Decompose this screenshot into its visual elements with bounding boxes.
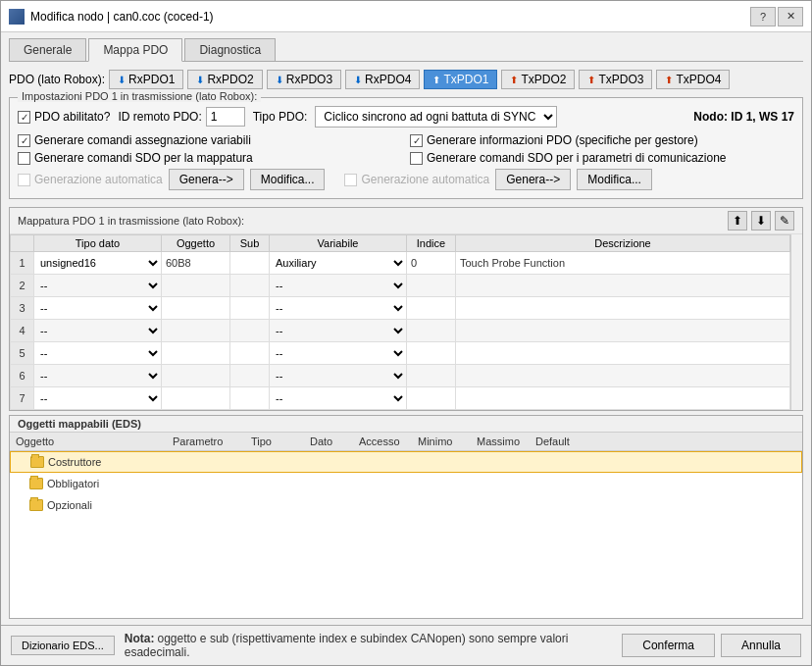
tipo-pdo-select[interactable]: Ciclico sincrono ad ogni battuta di SYNC <box>315 106 557 128</box>
mapping-title: Mappatura PDO 1 in trasmissione (lato Ro… <box>18 215 244 227</box>
row-oggetto-1: 60B8 <box>162 252 230 275</box>
eds-item-costruttore[interactable]: Costruttore <box>10 451 802 473</box>
check-gen-cmd-sdo-box[interactable] <box>18 152 30 165</box>
eds-section: Oggetti mappabili (EDS) Oggetto Parametr… <box>9 415 803 619</box>
row-variabile-3[interactable]: -- <box>270 297 407 320</box>
row-descrizione-6 <box>456 365 790 387</box>
dizionario-button[interactable]: Dizionario EDS... <box>11 636 115 655</box>
row-variabile-4[interactable]: -- <box>270 320 407 342</box>
row-tipo-3[interactable]: -- <box>34 297 162 320</box>
check-rows: Generare comandi assegnazione variabili … <box>18 133 794 165</box>
row-variabile-2[interactable]: -- <box>270 275 407 297</box>
txpdo2-button[interactable]: ⬆TxPDO2 <box>501 70 575 89</box>
row-tipo-5[interactable]: -- <box>34 342 162 365</box>
conferma-button[interactable]: Conferma <box>622 634 715 657</box>
rxpdo2-button[interactable]: ⬇RxPDO2 <box>187 70 262 89</box>
check-col-right: Generare informazioni PDO (specifiche pe… <box>410 133 794 165</box>
rxpdo1-button[interactable]: ⬇RxPDO1 <box>109 70 183 89</box>
row-indice-7 <box>407 387 456 410</box>
mapping-up-icon[interactable]: ⬆ <box>728 211 747 231</box>
genera-section-left: Generazione automatica Genera--> Modific… <box>18 169 325 190</box>
auto-gen-right[interactable]: Generazione automatica <box>344 173 489 186</box>
row-indice-4 <box>407 320 456 342</box>
row-oggetto-5 <box>162 342 230 365</box>
col-tipo-header: Tipo dato <box>34 235 162 252</box>
row-sub-1 <box>230 252 270 275</box>
row-num-5: 5 <box>11 342 34 365</box>
row-descrizione-1: Touch Probe Function <box>456 252 790 275</box>
pdo-enabled-checkbox-label[interactable]: PDO abilitato? <box>18 110 110 124</box>
row-oggetto-3 <box>162 297 230 320</box>
genera-btn-right[interactable]: Genera--> <box>495 169 571 190</box>
tab-diagnostica[interactable]: Diagnostica <box>184 38 276 61</box>
eds-tree: CostruttoreObbligatoriOpzionali <box>10 451 802 618</box>
eds-item-opzionali[interactable]: Opzionali <box>10 494 802 516</box>
row-tipo-4[interactable]: -- <box>34 320 162 342</box>
check-gen-cmd-sdo2[interactable]: Generare comandi SDO per i parametri di … <box>410 151 794 165</box>
row-variabile-7[interactable]: -- <box>270 387 407 410</box>
col-variabile-header: Variabile <box>270 235 407 252</box>
app-icon <box>9 9 25 25</box>
mapping-header: Mappatura PDO 1 in trasmissione (lato Ro… <box>10 208 802 234</box>
row-sub-2 <box>230 275 270 297</box>
mapping-table: Tipo dato Oggetto Sub Variabile Indice D… <box>10 234 790 410</box>
nota-text: Nota: oggetto e sub (rispettivamente ind… <box>125 632 613 659</box>
title-bar-controls: ? ✕ <box>750 7 803 26</box>
col-descrizione-header: Descrizione <box>456 235 790 252</box>
check-gen-info-pdo-box[interactable] <box>410 134 423 147</box>
txpdo2-arrow-icon: ⬆ <box>510 75 518 85</box>
row-tipo-1[interactable]: unsigned16 <box>34 252 162 275</box>
auto-gen-left[interactable]: Generazione automatica <box>18 173 163 186</box>
check-gen-cmd-var[interactable]: Generare comandi assegnazione variabili <box>18 133 402 147</box>
row-variabile-1[interactable]: Auxiliary <box>270 252 407 275</box>
check-gen-cmd-sdo[interactable]: Generare comandi SDO per la mappatura <box>18 151 402 165</box>
mapping-scrollbar[interactable] <box>790 234 802 410</box>
check-gen-cmd-sdo2-box[interactable] <box>410 152 423 165</box>
txpdo3-button[interactable]: ⬆TxPDO3 <box>579 70 652 89</box>
row-tipo-2[interactable]: -- <box>34 275 162 297</box>
modifica-btn-left[interactable]: Modifica... <box>250 169 326 190</box>
auto-gen-left-check[interactable] <box>18 174 30 186</box>
id-remoto-spinbox[interactable]: 1 <box>206 107 245 127</box>
rxpdo4-button[interactable]: ⬇RxPDO4 <box>345 70 420 89</box>
row-num-1: 1 <box>11 252 34 275</box>
eds-item-obbligatori[interactable]: Obbligatori <box>10 473 802 494</box>
txpdo1-button[interactable]: ⬆TxPDO1 <box>424 70 497 89</box>
tab-generale[interactable]: Generale <box>9 38 86 61</box>
mapping-section: Mappatura PDO 1 in trasmissione (lato Ro… <box>9 207 803 411</box>
check-gen-info-pdo[interactable]: Generare informazioni PDO (specifiche pe… <box>410 133 794 147</box>
nodo-info: Nodo: ID 1, WS 17 <box>693 110 794 124</box>
auto-gen-right-check[interactable] <box>344 174 357 186</box>
pdo-enabled-checkbox[interactable] <box>18 111 30 124</box>
eds-col-massimo-header: Massimo <box>471 435 530 448</box>
eds-col-dato-header: Dato <box>304 435 353 448</box>
genera-btn-left[interactable]: Genera--> <box>169 169 244 190</box>
row-descrizione-7 <box>456 387 790 410</box>
row-oggetto-6 <box>162 365 230 387</box>
txpdo4-arrow-icon: ⬆ <box>665 75 673 85</box>
check-col-left: Generare comandi assegnazione variabili … <box>18 133 402 165</box>
help-button[interactable]: ? <box>750 7 776 26</box>
mapping-edit-icon[interactable]: ✎ <box>775 211 794 231</box>
close-button[interactable]: ✕ <box>778 7 803 26</box>
tab-mappa-pdo[interactable]: Mappa PDO <box>88 38 182 62</box>
mapping-down-icon[interactable]: ⬇ <box>751 211 771 231</box>
check-gen-cmd-var-box[interactable] <box>18 134 30 147</box>
row-oggetto-7 <box>162 387 230 410</box>
modifica-btn-right[interactable]: Modifica... <box>577 169 652 190</box>
row-tipo-7[interactable]: -- <box>34 387 162 410</box>
row-tipo-6[interactable]: -- <box>34 365 162 387</box>
annulla-button[interactable]: Annulla <box>721 634 801 657</box>
row-indice-1: 0 <box>407 252 456 275</box>
eds-col-minimo-header: Minimo <box>412 435 471 448</box>
rxpdo3-button[interactable]: ⬇RxPDO3 <box>267 70 341 89</box>
table-row: 2 -- -- <box>11 275 790 297</box>
row-variabile-6[interactable]: -- <box>270 365 407 387</box>
row-num-7: 7 <box>11 387 34 410</box>
window-title: Modifica nodo | can0.coc (coced-1) <box>30 10 214 24</box>
row-variabile-5[interactable]: -- <box>270 342 407 365</box>
table-row: 1 unsigned16 60B8 Auxiliary 0 Touch Prob… <box>11 252 790 275</box>
table-row: 7 -- -- <box>11 387 790 410</box>
txpdo4-button[interactable]: ⬆TxPDO4 <box>656 70 730 89</box>
folder-icon <box>29 478 43 489</box>
